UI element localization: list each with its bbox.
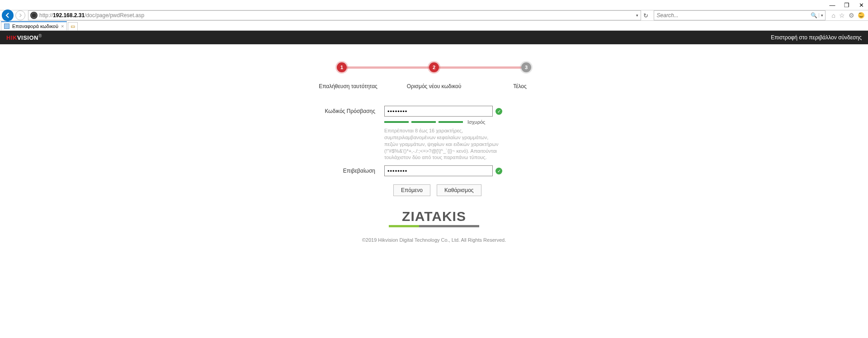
password-hint-text: Επιτρέπονται 8 έως 16 χαρακτήρες, συμπερ… <box>384 127 502 161</box>
browser-address-bar: http://192.168.2.31/doc/page/pwdReset.as… <box>0 10 868 21</box>
search-icon[interactable]: 🔍 <box>810 12 819 19</box>
confirm-password-input[interactable] <box>384 165 493 176</box>
browser-forward-button[interactable] <box>15 10 25 20</box>
brand-name: ZIATAKIS <box>389 209 479 224</box>
step-3-dot: 3 <box>521 62 531 72</box>
step-1-label: Επαλήθευση ταυτότητας <box>316 83 380 89</box>
search-dropdown-icon[interactable]: ▾ <box>819 13 825 18</box>
tab-favicon-icon <box>4 23 9 29</box>
browser-tab-bar: Επαναφορά κωδικού × ▭ <box>0 21 868 31</box>
password-label: Κωδικός Πρόσβασης <box>307 106 384 117</box>
browser-tab[interactable]: Επαναφορά κωδικού × <box>1 21 67 30</box>
strength-bar-icon <box>411 121 436 123</box>
arrow-right-icon <box>18 13 23 18</box>
password-input[interactable] <box>384 106 493 117</box>
strength-label: Ισχυρός <box>467 119 485 125</box>
check-valid-icon: ✓ <box>495 108 502 115</box>
favorites-icon[interactable]: ☆ <box>839 12 845 19</box>
browser-refresh-button[interactable]: ↻ <box>641 12 651 19</box>
hikvision-logo: HIKVISION® <box>6 33 42 41</box>
password-form: Κωδικός Πρόσβασης ✓ Ισχυρός Επιτρέπονται… <box>307 106 561 196</box>
step-2-dot: 2 <box>429 62 439 72</box>
wizard-stepper: 1 2 3 <box>337 62 531 72</box>
url-dropdown-icon[interactable]: ▾ <box>634 13 641 18</box>
brand-underline-icon <box>389 225 479 227</box>
password-strength-meter: Ισχυρός <box>384 119 502 125</box>
step-3-label: Τέλος <box>488 83 552 89</box>
brand-block: ZIATAKIS <box>389 209 479 227</box>
search-input[interactable] <box>654 12 810 19</box>
home-icon[interactable]: ⌂ <box>832 12 835 19</box>
page-content: 1 2 3 Επαλήθευση ταυτότητας Ορισμός νέου… <box>0 44 868 243</box>
window-titlebar: — ❐ ✕ <box>0 0 868 10</box>
step-2-label: Ορισμός νέου κωδικού <box>402 83 466 89</box>
clear-button[interactable]: Καθάρισμος <box>437 184 481 196</box>
browser-back-button[interactable] <box>2 9 14 21</box>
strength-bar-icon <box>384 121 409 123</box>
wizard-step-labels: Επαλήθευση ταυτότητας Ορισμός νέου κωδικ… <box>316 83 552 89</box>
arrow-left-icon <box>5 12 11 19</box>
step-connector <box>347 66 429 69</box>
step-1-dot: 1 <box>337 62 347 72</box>
feedback-smiley-icon[interactable] <box>858 12 864 19</box>
next-button[interactable]: Επόμενο <box>393 184 430 196</box>
confirm-label: Επιβεβαίωση <box>307 165 384 176</box>
window-minimize-button[interactable]: — <box>829 2 835 8</box>
new-tab-icon: ▭ <box>71 23 75 29</box>
window-maximize-button[interactable]: ❐ <box>844 2 850 8</box>
window-close-button[interactable]: ✕ <box>858 2 864 8</box>
return-to-login-link[interactable]: Επιστροφή στο περιβάλλον σύνδεσης <box>771 34 862 41</box>
gear-icon[interactable]: ⚙ <box>849 12 854 19</box>
step-connector <box>439 66 521 69</box>
url-input[interactable]: http://192.168.2.31/doc/page/pwdReset.as… <box>28 10 641 20</box>
browser-search-box[interactable]: 🔍 ▾ <box>654 10 826 20</box>
browser-toolbar-icons: ⌂ ☆ ⚙ <box>828 12 868 19</box>
url-text: http://192.168.2.31/doc/page/pwdReset.as… <box>39 12 144 19</box>
new-tab-button[interactable]: ▭ <box>68 22 78 30</box>
strength-bar-icon <box>439 121 463 123</box>
page-header: HIKVISION® Επιστροφή στο περιβάλλον σύνδ… <box>0 31 868 44</box>
check-valid-icon: ✓ <box>495 168 502 174</box>
copyright-text: ©2019 Hikvision Digital Technology Co., … <box>362 237 506 243</box>
tab-title: Επαναφορά κωδικού <box>12 23 58 29</box>
tab-close-button[interactable]: × <box>61 23 64 29</box>
globe-icon <box>30 12 38 19</box>
